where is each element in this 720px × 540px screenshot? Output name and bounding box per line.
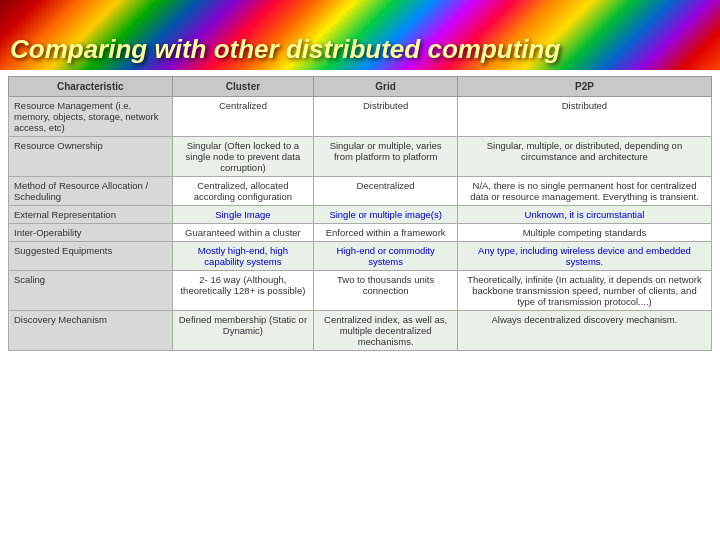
table-header-row: Characteristic Cluster Grid P2P	[9, 77, 712, 97]
cell-p2p: Any type, including wireless device and …	[457, 242, 711, 271]
col-grid: Grid	[314, 77, 458, 97]
cell-characteristic: Method of Resource Allocation / Scheduli…	[9, 177, 173, 206]
cell-characteristic: Inter-Operability	[9, 224, 173, 242]
cell-grid: Centralized index, as well as, multiple …	[314, 311, 458, 351]
cell-p2p: Unknown, it is circumstantial	[457, 206, 711, 224]
cell-characteristic: Scaling	[9, 271, 173, 311]
cell-grid: Two to thousands units connection	[314, 271, 458, 311]
cell-grid: High-end or commodity systems	[314, 242, 458, 271]
comparison-table: Characteristic Cluster Grid P2P Resource…	[8, 76, 712, 351]
cell-characteristic: Resource Management (i.e. memory, object…	[9, 97, 173, 137]
cell-cluster: Defined membership (Static or Dynamic)	[172, 311, 314, 351]
cell-characteristic: Discovery Mechanism	[9, 311, 173, 351]
cell-grid: Enforced within a framework	[314, 224, 458, 242]
page-title: Comparing with other distributed computi…	[10, 34, 560, 65]
table-row: External RepresentationSingle ImageSingl…	[9, 206, 712, 224]
table-container: Characteristic Cluster Grid P2P Resource…	[0, 70, 720, 357]
cell-p2p: Multiple competing standards	[457, 224, 711, 242]
cell-characteristic: Suggested Equipments	[9, 242, 173, 271]
cell-cluster: Centralized, allocated according configu…	[172, 177, 314, 206]
cell-p2p: Singular, multiple, or distributed, depe…	[457, 137, 711, 177]
cell-grid: Distributed	[314, 97, 458, 137]
cell-cluster: 2- 16 way (Although, theoretically 128+ …	[172, 271, 314, 311]
table-row: Method of Resource Allocation / Scheduli…	[9, 177, 712, 206]
table-row: Scaling2- 16 way (Although, theoreticall…	[9, 271, 712, 311]
cell-p2p: Distributed	[457, 97, 711, 137]
cell-cluster: Mostly high-end, high capability systems	[172, 242, 314, 271]
table-row: Inter-OperabilityGuaranteed within a clu…	[9, 224, 712, 242]
cell-p2p: Theoretically, infinite (In actuality, i…	[457, 271, 711, 311]
cell-cluster: Guaranteed within a cluster	[172, 224, 314, 242]
col-cluster: Cluster	[172, 77, 314, 97]
cell-characteristic: External Representation	[9, 206, 173, 224]
cell-grid: Decentralized	[314, 177, 458, 206]
table-row: Resource Management (i.e. memory, object…	[9, 97, 712, 137]
cell-cluster: Centralized	[172, 97, 314, 137]
cell-cluster: Singular (Often locked to a single node …	[172, 137, 314, 177]
table-row: Resource OwnershipSingular (Often locked…	[9, 137, 712, 177]
col-characteristic: Characteristic	[9, 77, 173, 97]
table-row: Discovery MechanismDefined membership (S…	[9, 311, 712, 351]
cell-grid: Single or multiple image(s)	[314, 206, 458, 224]
cell-characteristic: Resource Ownership	[9, 137, 173, 177]
col-p2p: P2P	[457, 77, 711, 97]
cell-cluster: Single Image	[172, 206, 314, 224]
header-banner: Comparing with other distributed computi…	[0, 0, 720, 70]
cell-p2p: Always decentralized discovery mechanism…	[457, 311, 711, 351]
cell-p2p: N/A, there is no single permanent host f…	[457, 177, 711, 206]
table-row: Suggested EquipmentsMostly high-end, hig…	[9, 242, 712, 271]
cell-grid: Singular or multiple, varies from platfo…	[314, 137, 458, 177]
